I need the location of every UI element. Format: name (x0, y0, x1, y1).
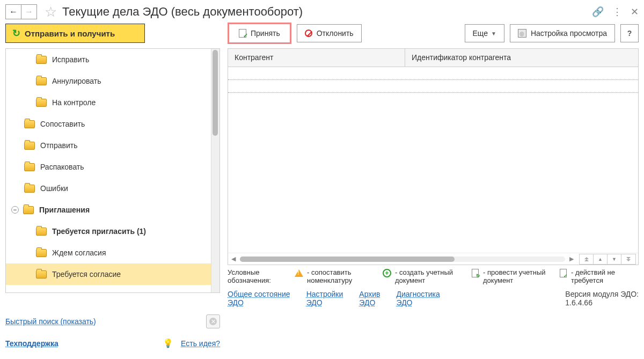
kebab-menu-icon[interactable]: ⋮ (612, 6, 622, 18)
link-settings[interactable]: Настройки (306, 290, 343, 298)
legend-text-1: - сопоставить номенклатуру (307, 268, 375, 284)
tree-item-label: Аннулировать (52, 77, 101, 85)
folder-tree: ИсправитьАннулироватьНа контролеСопостав… (5, 48, 220, 293)
nav-last-icon[interactable] (621, 254, 635, 264)
link-diagnostics[interactable]: Диагностика (397, 290, 440, 298)
link-settings-b[interactable]: ЭДО (306, 298, 343, 307)
more-label: Еще (473, 29, 488, 38)
link-diagnostics-b[interactable]: ЭДО (397, 298, 440, 307)
idea-link[interactable]: Есть идея? (181, 339, 220, 348)
view-settings-label: Настройка просмотра (531, 29, 607, 38)
horizontal-scroll: ◀ ▶ ▲ ▼ (228, 253, 638, 265)
tree-item-label: Требуется пригласить (1) (52, 227, 146, 236)
tree-item-label: Отправить (40, 141, 77, 150)
page-title: Текущие дела ЭДО (весь документооборот) (62, 5, 592, 19)
tree-item[interactable]: Ждем согласия (6, 242, 219, 263)
nav-first-icon[interactable] (580, 254, 594, 264)
tree-item[interactable]: Исправить (6, 49, 219, 70)
folder-icon (36, 56, 47, 64)
nav-up-icon[interactable]: ▲ (594, 254, 608, 264)
footer-links: Общее состояние ЭДО Настройки ЭДО Архив … (228, 290, 639, 307)
reject-icon (305, 30, 312, 37)
header: ← → ☆ Текущие дела ЭДО (весь документооб… (0, 0, 644, 24)
legend-text-4: - действий не требуется (571, 268, 639, 284)
quick-search-link[interactable]: Быстрый поиск (показать) (5, 317, 96, 326)
link-archive-b[interactable]: ЭДО (359, 298, 380, 307)
column-header-identifier[interactable]: Идентификатор контрагента (405, 49, 638, 67)
accept-button[interactable]: Принять (228, 23, 291, 44)
scroll-left-icon[interactable]: ◀ (230, 255, 237, 262)
favorite-star-icon[interactable]: ☆ (45, 4, 57, 20)
send-receive-label: Отправить и получить (25, 29, 115, 38)
view-settings-icon: ◎ (518, 29, 526, 38)
link-general-state[interactable]: Общее состояние (228, 290, 290, 298)
close-icon[interactable]: ✕ (631, 6, 639, 18)
tree-item-label: Приглашения (39, 206, 90, 214)
scrollbar-track[interactable] (240, 257, 565, 262)
tree-item[interactable]: Сопоставить (6, 113, 219, 135)
tree-item-label: Требуется согласие (52, 270, 121, 279)
table-row[interactable] (228, 67, 638, 80)
create-icon: + (382, 268, 392, 278)
link-icon[interactable]: 🔗 (592, 6, 604, 18)
tree-item[interactable]: На контроле (6, 92, 219, 113)
collapse-icon[interactable]: − (11, 206, 19, 214)
tree-item[interactable]: Требуется пригласить (1) (6, 221, 219, 242)
reject-button[interactable]: Отклонить (297, 24, 362, 42)
reject-label: Отклонить (317, 29, 354, 38)
row-nav: ▲ ▼ (579, 254, 636, 265)
folder-icon (24, 142, 35, 150)
link-archive[interactable]: Архив (359, 290, 380, 298)
tree-item-label: Исправить (52, 55, 89, 64)
scroll-right-icon[interactable]: ▶ (568, 255, 575, 262)
tree-item[interactable]: Аннулировать (6, 70, 219, 92)
process-icon (470, 268, 480, 278)
folder-icon (24, 163, 35, 171)
legend: Условные обозначения: - сопоставить номе… (228, 268, 639, 284)
tree-item[interactable]: Ошибки (6, 178, 219, 199)
clear-filter-button[interactable]: ✕ (206, 314, 220, 328)
folder-icon (36, 99, 47, 107)
nav-forward-button[interactable]: → (21, 4, 37, 19)
view-settings-button[interactable]: ◎ Настройка просмотра (510, 24, 615, 42)
tree-item[interactable]: −Приглашения (6, 199, 219, 221)
tree-item-label: Ошибки (40, 184, 68, 193)
legend-label: Условные обозначения: (228, 268, 287, 284)
nav-down-icon[interactable]: ▼ (608, 254, 621, 264)
accept-label: Принять (251, 29, 280, 38)
tree-item-label: Ждем согласия (52, 248, 106, 257)
folder-icon (36, 249, 47, 257)
column-header-counterparty[interactable]: Контрагент (228, 49, 405, 67)
done-icon (558, 268, 568, 278)
more-button[interactable]: Еще ▼ (465, 24, 504, 42)
table-row[interactable] (228, 80, 638, 93)
folder-icon (36, 228, 47, 236)
folder-icon (24, 185, 35, 193)
folder-icon (36, 77, 47, 85)
chevron-down-icon: ▼ (491, 31, 496, 36)
send-receive-button[interactable]: ↻ Отправить и получить (5, 24, 145, 43)
tree-item[interactable]: Требуется согласие (6, 263, 219, 285)
lightbulb-icon: 💡 (163, 338, 173, 348)
tree-item[interactable]: Отправить (6, 135, 219, 156)
data-table: Контрагент Идентификатор контрагента ◀ ▶… (228, 48, 639, 265)
support-link[interactable]: Техподдержка (5, 339, 58, 348)
clear-filter-icon: ✕ (209, 318, 217, 325)
toolbar: Принять Отклонить Еще ▼ ◎ Настройка прос… (228, 24, 639, 43)
version-label: Версия модуля ЭДО: 1.6.4.66 (565, 290, 639, 307)
tree-scrollbar[interactable] (211, 49, 219, 292)
nav-back-button[interactable]: ← (5, 4, 21, 19)
warning-icon (294, 268, 304, 278)
folder-icon (36, 270, 47, 279)
tree-item[interactable]: Распаковать (6, 156, 219, 178)
tree-item-label: Распаковать (40, 163, 84, 171)
accept-icon (239, 29, 246, 38)
legend-text-2: - создать учетный документ (395, 268, 463, 284)
tree-item-label: На контроле (52, 98, 96, 107)
legend-text-3: - провести учетный документ (483, 268, 551, 284)
help-button[interactable]: ? (620, 24, 639, 42)
tree-item-label: Сопоставить (40, 120, 85, 128)
link-general-state-b[interactable]: ЭДО (228, 298, 290, 307)
folder-icon (24, 120, 35, 128)
refresh-icon: ↻ (12, 27, 20, 39)
